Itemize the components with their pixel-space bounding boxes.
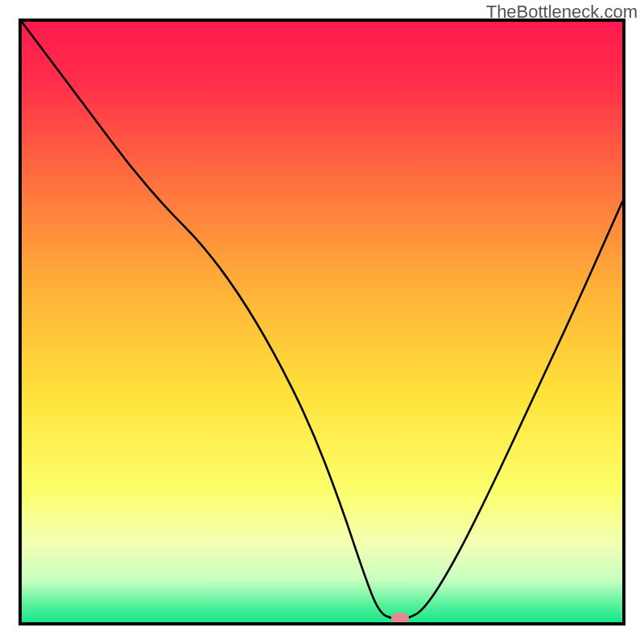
bottleneck-curve (22, 22, 622, 622)
chart-container: TheBottleneck.com (0, 0, 644, 644)
watermark-text: TheBottleneck.com (486, 2, 638, 23)
plot-frame (19, 19, 625, 625)
optimum-marker (391, 613, 409, 623)
